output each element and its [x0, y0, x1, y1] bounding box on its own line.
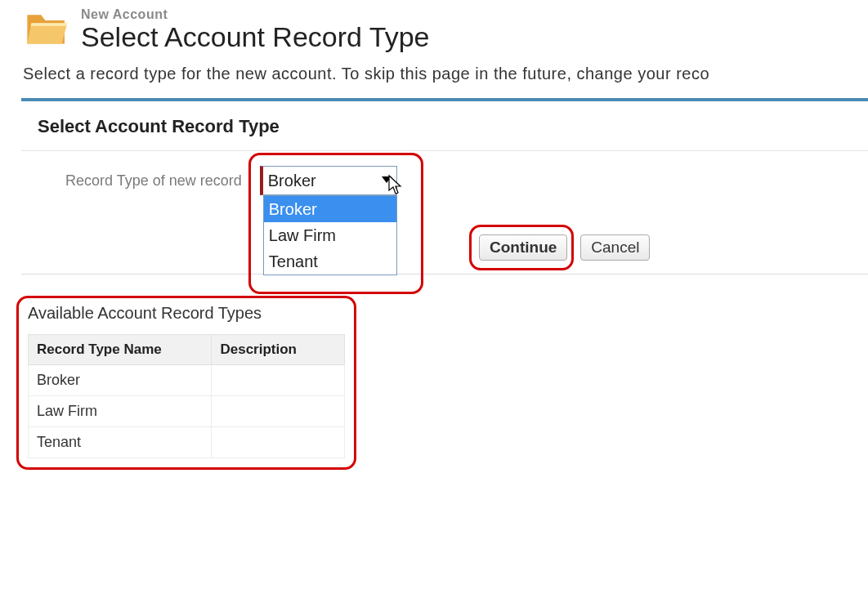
available-record-types-section: Available Account Record Types Record Ty…: [16, 296, 356, 470]
table-cell-description: [212, 365, 345, 396]
chevron-down-icon: [382, 176, 391, 183]
table-cell-name: Broker: [29, 365, 212, 396]
available-heading: Available Account Record Types: [28, 304, 345, 323]
table-cell-description: [212, 396, 345, 427]
table-cell-name: Law Firm: [29, 396, 212, 427]
folder-icon: [25, 7, 69, 53]
table-cell-name: Tenant: [29, 427, 212, 458]
record-type-select[interactable]: Broker: [260, 166, 397, 195]
record-type-label: Record Type of new record: [65, 166, 242, 190]
table-cell-description: [212, 427, 345, 458]
record-type-dropdown-list: Broker Law Firm Tenant: [263, 195, 397, 275]
instructions-text: Select a record type for the new account…: [23, 65, 868, 83]
cancel-button[interactable]: Cancel: [580, 234, 650, 261]
table-header-description: Description: [212, 335, 345, 365]
dropdown-option-tenant[interactable]: Tenant: [264, 248, 396, 275]
table-row: Tenant: [29, 427, 345, 458]
table-header-name: Record Type Name: [29, 335, 212, 365]
table-row: Broker: [29, 365, 345, 396]
panel-heading: Select Account Record Type: [21, 101, 868, 151]
table-row: Law Firm: [29, 396, 345, 427]
available-record-types-table: Record Type Name Description Broker Law …: [28, 334, 345, 458]
continue-button[interactable]: Continue: [479, 234, 567, 261]
page-title: Select Account Record Type: [81, 22, 430, 52]
select-record-type-panel: Select Account Record Type Record Type o…: [21, 98, 868, 275]
page-header: New Account Select Account Record Type: [25, 7, 868, 53]
record-type-select-value: Broker: [268, 172, 316, 190]
breadcrumb: New Account: [81, 7, 430, 22]
dropdown-option-broker[interactable]: Broker: [264, 196, 396, 222]
dropdown-option-law-firm[interactable]: Law Firm: [264, 222, 396, 248]
